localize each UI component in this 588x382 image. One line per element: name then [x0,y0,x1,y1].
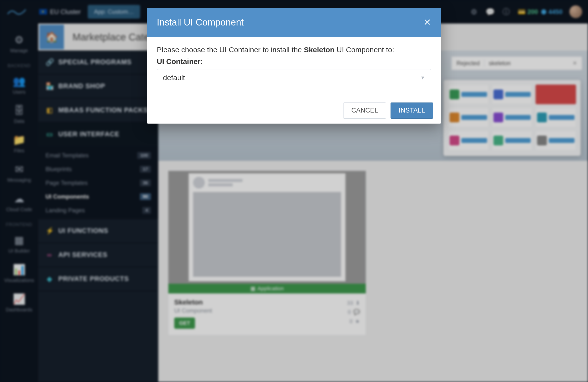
modal-title: Install UI Component [157,17,244,28]
modal-close-button[interactable]: ✕ [423,17,431,28]
chevron-down-icon: ▼ [420,75,425,81]
install-modal: Install UI Component ✕ Please choose the… [147,8,441,124]
cancel-button[interactable]: CANCEL [343,103,386,119]
install-button[interactable]: INSTALL [391,103,433,119]
ui-container-label: UI Container: [157,57,431,66]
ui-container-select[interactable]: default ▼ [157,69,431,86]
select-value: default [163,73,185,82]
modal-lead: Please choose the UI Container to instal… [157,45,431,54]
